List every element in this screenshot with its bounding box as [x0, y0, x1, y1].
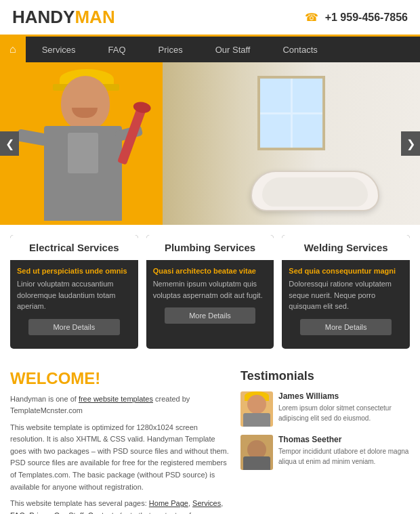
faq-link[interactable]: FAQ — [10, 511, 25, 514]
ourstaff-link[interactable]: Our Staff — [54, 511, 84, 514]
header: HANDYMAN ☎ +1 959-456-7856 — [0, 0, 420, 37]
service-subtitle-plumbing: Quasi architecto beatae vitae — [153, 267, 268, 275]
service-btn-plumbing[interactable]: More Details — [165, 307, 256, 324]
welcome-p1: Handyman is one of free website template… — [10, 393, 230, 417]
welcome-p2: This website template is optimized for 1… — [10, 422, 230, 494]
hero-worker — [14, 64, 169, 225]
testimonial-content-1: James Williams Lorem ipsum dolor sitmet … — [278, 391, 410, 423]
mouth — [72, 108, 98, 118]
slider-arrow-right[interactable]: ❯ — [401, 131, 420, 156]
contacts-link[interactable]: Contacts — [88, 511, 117, 514]
hero-bathroom-bg — [163, 62, 420, 225]
nav-item-contacts[interactable]: Contacts — [266, 38, 333, 62]
home-link[interactable]: Home Page — [149, 499, 188, 507]
service-text-welding: Doloressqui ratione voluptatem seque nue… — [289, 278, 403, 312]
window-pane — [293, 114, 323, 148]
bathtub-inner — [262, 177, 368, 207]
services-section: Electrical Services Sed ut perspiciatis … — [0, 225, 420, 359]
testimonial-item-2: Thomas Seether Tempor incididunt utlabor… — [240, 435, 410, 470]
service-title-welding: Welding Services — [282, 235, 410, 260]
service-card-welding: Welding Services Sed quia consequuntur m… — [282, 235, 410, 349]
testimonials-section: Testimonials James Williams Lorem ipsum … — [240, 369, 410, 515]
service-subtitle-welding: Sed quia consequuntur magni — [289, 267, 403, 275]
hero-slider: ❮ ❯ — [0, 62, 420, 225]
phone-icon: ☎ — [305, 12, 318, 23]
hero-window — [257, 76, 325, 150]
services-link[interactable]: Services — [192, 499, 221, 507]
service-body-welding: Sed quia consequuntur magni Doloressqui … — [282, 260, 410, 349]
avatar-body-1 — [243, 413, 270, 427]
service-body-plumbing: Quasi architecto beatae vitae Nememin ip… — [146, 260, 274, 337]
logo-man: MAN — [75, 7, 114, 27]
wrench-head — [133, 100, 152, 114]
slider-arrow-left[interactable]: ❮ — [0, 131, 19, 156]
service-text-plumbing: Nememin ipsum voluptatm quis voluptas as… — [153, 278, 268, 301]
testimonial-avatar-1 — [240, 391, 273, 427]
face — [61, 76, 110, 130]
nav-home-button[interactable]: ⌂ — [0, 37, 26, 62]
nav-item-services[interactable]: Services — [26, 38, 92, 62]
window-pane — [260, 79, 291, 112]
avatar-body-2 — [243, 456, 270, 470]
testimonial-content-2: Thomas Seether Tempor incididunt utlabor… — [278, 435, 410, 467]
window-pane — [293, 79, 323, 112]
nav-item-ourstaff[interactable]: Our Staff — [199, 38, 267, 62]
welcome-section: WELCOME! Handyman is one of free website… — [10, 369, 230, 515]
logo: HANDYMAN — [12, 7, 115, 28]
testimonial-avatar-2 — [240, 435, 273, 470]
avatar-head-1 — [247, 395, 266, 414]
service-body-electrical: Sed ut perspiciatis unde omnis Linior vo… — [10, 260, 138, 349]
phone-text: +1 959-456-7856 — [325, 12, 408, 23]
service-card-plumbing: Plumbing Services Quasi architecto beata… — [146, 235, 274, 349]
testimonial-text-2: Tempor incididunt utlabore et dolore mag… — [278, 446, 410, 467]
service-title-plumbing: Plumbing Services — [146, 235, 274, 260]
testimonial-text-1: Lorem ipsum dolor sitmet consectetur adi… — [278, 403, 410, 423]
window-pane — [260, 114, 291, 148]
shirt-front — [68, 133, 98, 173]
testimonial-item-1: James Williams Lorem ipsum dolor sitmet … — [240, 391, 410, 427]
testimonials-title: Testimonials — [240, 369, 410, 383]
service-subtitle-electrical: Sed ut perspiciatis unde omnis — [17, 267, 131, 275]
service-text-electrical: Linior voluptatm accusantium doloremque … — [17, 278, 131, 312]
service-title-electrical: Electrical Services — [10, 235, 138, 260]
testimonial-name-1: James Williams — [278, 391, 410, 401]
free-templates-link[interactable]: free website templates — [79, 395, 153, 403]
welcome-title: WELCOME! — [10, 369, 230, 388]
welcome-p3: This website template has several pages:… — [10, 498, 230, 514]
nav-item-prices[interactable]: Prices — [142, 38, 199, 62]
phone-number: ☎ +1 959-456-7856 — [305, 11, 408, 24]
navigation: ⌂ Services FAQ Prices Our Staff Contacts — [0, 37, 420, 62]
logo-handy: HANDYMAN — [12, 7, 115, 27]
prices-link[interactable]: Prices — [29, 511, 50, 514]
service-card-electrical: Electrical Services Sed ut perspiciatis … — [10, 235, 138, 349]
service-btn-welding[interactable]: More Details — [300, 319, 392, 335]
service-btn-electrical[interactable]: More Details — [28, 319, 120, 335]
home-icon: ⌂ — [9, 43, 16, 56]
body — [44, 126, 122, 221]
testimonial-name-2: Thomas Seether — [278, 435, 410, 444]
nav-item-faq[interactable]: FAQ — [92, 38, 142, 62]
main-content: WELCOME! Handyman is one of free website… — [0, 359, 420, 515]
hero-bathtub — [251, 171, 379, 211]
